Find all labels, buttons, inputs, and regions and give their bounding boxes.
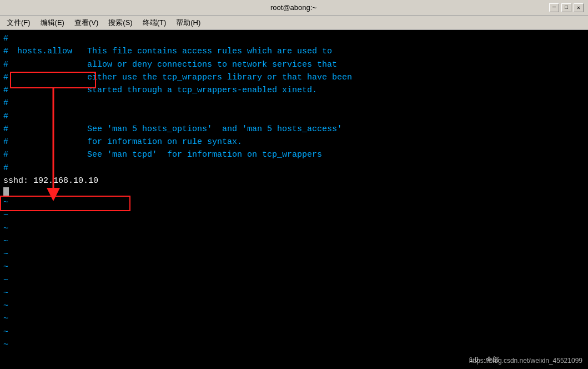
menu-view[interactable]: 查看(V) [70, 17, 103, 29]
hash-1: # [3, 32, 12, 45]
term-line-10: # See 'man tcpd' for information on tcp_… [3, 148, 585, 161]
minimize-button[interactable]: ─ [549, 3, 559, 12]
term-line-7: # [3, 110, 585, 123]
menu-help[interactable]: 帮助(H) [172, 17, 205, 29]
term-line-6: # [3, 97, 585, 109]
line-content-9: for information on rule syntax. [12, 136, 242, 148]
hash-10: # [3, 148, 12, 161]
cursor-line [3, 187, 585, 196]
hash-4: # [3, 71, 12, 84]
line-content-3: allow or deny connections to network ser… [12, 58, 337, 71]
tilde-10: ~ [3, 312, 585, 325]
tilde-5: ~ [3, 248, 585, 261]
window-title: root@abong:~ [38, 3, 549, 12]
hash-6: # [3, 97, 12, 109]
hash-5: # [3, 84, 12, 97]
window-controls: ─ □ ✕ [549, 3, 584, 12]
term-line-4: # either use the tcp_wrappers library or… [3, 71, 585, 84]
hash-2: # [3, 45, 12, 58]
tilde-6: ~ [3, 261, 585, 273]
line-content-5: started through a tcp_wrappers-enabled x… [12, 84, 317, 97]
term-line-9: # for information on rule syntax. [3, 136, 585, 148]
sshd-content: sshd: 192.168.10.10 [3, 174, 98, 187]
hash-7: # [3, 110, 12, 123]
tilde-11: ~ [3, 326, 585, 338]
tilde-7: ~ [3, 274, 585, 287]
line-content-8: See 'man 5 hosts_options' and 'man 5 hos… [12, 123, 342, 136]
title-bar: root@abong:~ ─ □ ✕ [0, 0, 588, 16]
tilde-1: ~ [3, 196, 585, 209]
maximize-button[interactable]: □ [561, 3, 571, 12]
menu-search[interactable]: 搜索(S) [104, 17, 137, 29]
hash-8: # [3, 123, 12, 136]
tilde-4: ~ [3, 235, 585, 248]
term-line-2: # hosts.allow This file contains access … [3, 45, 585, 58]
term-line-11: # [3, 162, 585, 174]
tilde-9: ~ [3, 300, 585, 312]
line-content-4: either use the tcp_wrappers library or t… [12, 71, 352, 84]
cursor [3, 187, 9, 196]
tilde-12: ~ [3, 338, 585, 351]
line-content-2: hosts.allow This file contains access ru… [12, 45, 332, 58]
close-button[interactable]: ✕ [574, 3, 584, 12]
menu-edit[interactable]: 编辑(E) [36, 17, 69, 29]
page-indicator: 1,0 全部 [469, 355, 499, 365]
term-line-1: # [3, 32, 585, 45]
tilde-3: ~ [3, 222, 585, 235]
hash-9: # [3, 136, 12, 148]
terminal-area[interactable]: # # hosts.allow This file contains acces… [0, 30, 588, 369]
menu-bar: 文件(F) 编辑(E) 查看(V) 搜索(S) 终端(T) 帮助(H) [0, 16, 588, 30]
line-content-10: See 'man tcpd' for information on tcp_wr… [12, 148, 322, 161]
tilde-8: ~ [3, 287, 585, 300]
term-line-5: # started through a tcp_wrappers-enabled… [3, 84, 585, 97]
sshd-line: sshd: 192.168.10.10 [3, 174, 585, 187]
hash-3: # [3, 58, 12, 71]
tilde-2: ~ [3, 209, 585, 222]
menu-terminal[interactable]: 终端(T) [138, 17, 171, 29]
term-line-8: # See 'man 5 hosts_options' and 'man 5 h… [3, 123, 585, 136]
menu-file[interactable]: 文件(F) [2, 17, 35, 29]
term-line-3: # allow or deny connections to network s… [3, 58, 585, 71]
hash-11: # [3, 162, 12, 174]
